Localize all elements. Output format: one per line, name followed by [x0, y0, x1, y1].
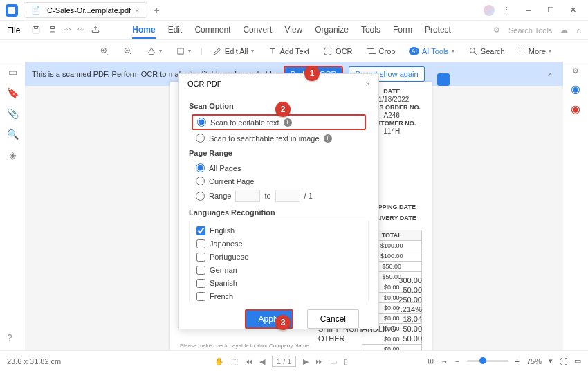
- lang-english[interactable]: English: [196, 224, 361, 237]
- svg-rect-0: [33, 26, 39, 33]
- dialog-close-icon[interactable]: ×: [366, 80, 370, 88]
- tab-form[interactable]: Form: [393, 22, 412, 39]
- callout-3: 3: [275, 315, 291, 330]
- shape-tool[interactable]: ▾: [172, 44, 195, 58]
- tab-home[interactable]: Home: [132, 22, 155, 39]
- read-mode-icon[interactable]: ▭: [574, 356, 581, 365]
- select-tool-icon[interactable]: ⬚: [231, 357, 238, 366]
- dialog-title: OCR PDF: [187, 80, 222, 88]
- current-page-radio[interactable]: Current Page: [189, 174, 369, 188]
- zoom-out-button[interactable]: [119, 44, 137, 58]
- zoom-level[interactable]: 75%: [526, 357, 542, 365]
- prev-page-icon[interactable]: ◀: [259, 357, 265, 366]
- maximize-button[interactable]: ☐: [541, 2, 560, 19]
- zoom-out-icon[interactable]: −: [455, 357, 459, 365]
- scan-editable-radio[interactable]: Scan to editable texti: [192, 114, 366, 130]
- fit-width-icon[interactable]: ↔: [441, 357, 448, 365]
- search-tools-icon: ⚙: [493, 26, 500, 35]
- home-icon[interactable]: ⌂: [576, 26, 581, 35]
- zoom-in-button[interactable]: [95, 44, 113, 58]
- print-icon[interactable]: [48, 25, 57, 36]
- info-icon[interactable]: i: [324, 134, 332, 143]
- ai-chat-icon[interactable]: ◉: [571, 102, 580, 116]
- tab-convert[interactable]: Convert: [243, 22, 272, 39]
- add-text-button[interactable]: Add Text: [264, 44, 314, 58]
- tab-view[interactable]: View: [284, 22, 302, 39]
- save-icon[interactable]: [31, 25, 41, 36]
- ai-sidebar-icon[interactable]: ◉: [571, 82, 580, 96]
- language-list[interactable]: English Japanese Portuguese German Spani…: [189, 221, 369, 301]
- doc-type-badge: [437, 73, 450, 86]
- thumbnails-icon[interactable]: ▭: [8, 66, 17, 78]
- app-logo: [6, 4, 18, 17]
- lang-spanish[interactable]: Spanish: [196, 277, 361, 290]
- tab-tools[interactable]: Tools: [361, 22, 380, 39]
- bookmarks-icon[interactable]: 🔖: [7, 87, 19, 98]
- share-icon[interactable]: [91, 25, 100, 36]
- lang-japanese[interactable]: Japanese: [196, 237, 361, 251]
- fullscreen-icon[interactable]: ⛶: [560, 357, 567, 365]
- more-button[interactable]: ☰ More▾: [515, 44, 555, 57]
- fit-page-icon[interactable]: ⊞: [428, 356, 434, 365]
- languages-label: Languages Recognition: [189, 208, 369, 217]
- last-page-icon[interactable]: ⏭: [315, 357, 323, 365]
- file-icon: 📄: [31, 6, 41, 15]
- zoom-in-icon[interactable]: +: [515, 357, 520, 365]
- next-page-icon[interactable]: ▶: [303, 357, 309, 366]
- callout-2: 2: [275, 102, 291, 117]
- lang-german[interactable]: German: [196, 264, 361, 277]
- help-icon[interactable]: ?: [7, 332, 12, 343]
- add-tab-button[interactable]: +: [154, 5, 160, 16]
- range-from-input[interactable]: [235, 190, 260, 202]
- highlight-tool[interactable]: ▾: [143, 44, 166, 58]
- attachments-icon[interactable]: 📎: [7, 108, 19, 119]
- cancel-button[interactable]: Cancel: [307, 309, 359, 329]
- svg-rect-6: [178, 48, 183, 53]
- close-tab-icon[interactable]: ×: [135, 6, 139, 15]
- tab-edit[interactable]: Edit: [168, 22, 183, 39]
- svg-rect-3: [51, 26, 55, 28]
- more-options-icon[interactable]: ⋮: [497, 6, 516, 15]
- page-range-label: Page Range: [189, 149, 369, 157]
- lang-portuguese[interactable]: Portuguese: [196, 251, 361, 264]
- user-avatar[interactable]: [484, 5, 495, 16]
- layers-icon[interactable]: ◈: [9, 150, 17, 161]
- page-dimensions: 23.6 x 31.82 cm: [7, 357, 61, 365]
- zoom-slider[interactable]: [467, 360, 508, 362]
- edit-all-button[interactable]: Edit All▾: [208, 44, 258, 58]
- tab-title: IC-Sales-Or...emplate.pdf: [45, 6, 131, 15]
- lang-french[interactable]: French: [196, 290, 361, 301]
- tab-protect[interactable]: Protect: [425, 22, 451, 39]
- ocr-button[interactable]: OCR: [319, 44, 356, 58]
- all-pages-radio[interactable]: All Pages: [189, 161, 369, 174]
- callout-1: 1: [304, 66, 320, 81]
- redo-icon[interactable]: ↷: [77, 26, 84, 35]
- svg-rect-2: [50, 28, 55, 32]
- undo-icon[interactable]: ↶: [64, 26, 71, 35]
- search-button[interactable]: Search: [464, 44, 509, 58]
- search-tools[interactable]: Search Tools: [508, 26, 552, 35]
- svg-point-7: [470, 48, 475, 53]
- ai-tools-button[interactable]: AIAI Tools▾: [405, 45, 458, 57]
- cloud-icon[interactable]: ☁: [560, 26, 568, 35]
- tab-comment[interactable]: Comment: [194, 22, 230, 39]
- range-to-input[interactable]: [275, 190, 300, 202]
- document-tab[interactable]: 📄 IC-Sales-Or...emplate.pdf ×: [24, 2, 147, 18]
- view-mode-icon[interactable]: ▯: [344, 357, 348, 366]
- range-radio[interactable]: Range to / 1: [189, 188, 369, 204]
- file-menu[interactable]: File: [7, 26, 20, 35]
- scan-searchable-radio[interactable]: Scan to searchable text in imagei: [189, 132, 369, 145]
- banner-close-icon[interactable]: ×: [544, 70, 556, 78]
- crop-button[interactable]: Crop: [362, 44, 400, 58]
- first-page-icon[interactable]: ⏮: [245, 357, 252, 365]
- minimize-button[interactable]: ─: [519, 2, 538, 19]
- tab-organize[interactable]: Organize: [315, 22, 349, 39]
- hand-tool-icon[interactable]: ✋: [214, 357, 224, 366]
- close-window-button[interactable]: ✕: [563, 2, 582, 19]
- view-mode-icon[interactable]: ▭: [330, 357, 337, 366]
- search-panel-icon[interactable]: 🔍: [7, 129, 19, 140]
- svg-rect-1: [35, 26, 38, 28]
- properties-icon[interactable]: ⚙: [572, 66, 579, 75]
- info-icon[interactable]: i: [284, 118, 292, 127]
